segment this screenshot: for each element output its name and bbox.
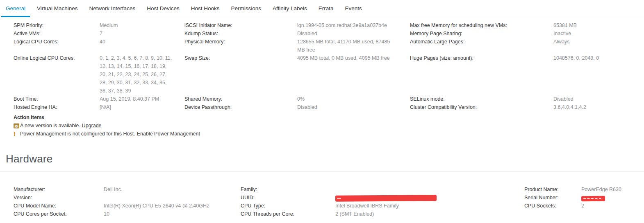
- tab-virtual-machines[interactable]: Virtual Machines: [32, 0, 82, 17]
- field-label: Product Name:: [524, 185, 581, 194]
- action-items-section: Action Items A new version is available.…: [0, 111, 644, 138]
- warning-exclamation-icon: [14, 131, 20, 137]
- field-label: Online Logical CPU Cores:: [14, 54, 100, 62]
- field-label: Automatic Large Pages:: [410, 38, 553, 46]
- tab-general[interactable]: General: [1, 0, 30, 17]
- field-label: Device Passthrough:: [184, 103, 297, 111]
- field-label: iSCSI Initiator Name:: [184, 21, 297, 29]
- field-value: Intel Broadwell IBRS Family: [335, 202, 524, 210]
- field-value: 0%: [297, 95, 410, 103]
- field-label: Serial Number:: [524, 194, 581, 202]
- field-value: Medium: [100, 21, 184, 29]
- field-value: 7: [100, 29, 184, 38]
- uuid-value-redacted: [335, 194, 524, 202]
- field-label: CPU Sockets:: [524, 202, 581, 210]
- field-label: Physical Memory:: [184, 38, 297, 46]
- field-label: Boot Time:: [14, 95, 100, 103]
- field-value: Aug 15, 2019, 8:40:37 PM: [100, 95, 184, 103]
- field-label: Kdump Status:: [184, 29, 297, 38]
- field-value: [N/A]: [100, 103, 184, 111]
- field-value: 0, 1, 2, 3, 4, 5, 6, 7, 8, 9, 10, 11, 12…: [100, 54, 184, 95]
- field-label: Memory Page Sharing:: [410, 29, 553, 38]
- field-label: Swap Size:: [184, 54, 297, 62]
- serial-number-redaction-scribble: [581, 196, 605, 201]
- field-label: UUID:: [241, 194, 335, 202]
- field-value: 1048576: 0, 2048: 0: [553, 54, 644, 62]
- field-value: 4095 MB total, 0 MB used, 4095 MB free: [297, 54, 410, 62]
- uuid-redaction-scribble: [335, 195, 437, 202]
- field-label: Max free Memory for scheduling new VMs:: [410, 21, 553, 29]
- field-label: CPU Type:: [241, 202, 335, 210]
- field-label: Shared Memory:: [184, 95, 297, 103]
- field-value: 40: [100, 38, 184, 46]
- field-value: PowerEdge R630: [581, 185, 644, 194]
- tab-permissions[interactable]: Permissions: [226, 0, 266, 17]
- hardware-section-title: Hardware: [6, 153, 644, 165]
- field-value: Disabled: [553, 95, 644, 103]
- field-label: Active VMs:: [14, 29, 100, 38]
- field-label: CPU Threads per Core:: [241, 210, 335, 218]
- field-label: CPU Cores per Socket:: [14, 210, 104, 218]
- tab-host-hooks[interactable]: Host Hooks: [187, 0, 224, 17]
- tab-errata[interactable]: Errata: [314, 0, 338, 17]
- field-value: 2: [581, 202, 644, 210]
- field-label: Family:: [241, 185, 335, 194]
- general-info-grid: SPM Priority: Medium iSCSI Initiator Nam…: [0, 17, 644, 111]
- enable-power-management-link[interactable]: Enable Power Management: [137, 130, 200, 138]
- tab-network-interfaces[interactable]: Network Interfaces: [85, 0, 140, 17]
- field-value: 10: [104, 210, 241, 218]
- power-management-message: Power Management is not configured for t…: [20, 130, 135, 138]
- field-label: Version:: [14, 194, 104, 202]
- field-label: CPU Model Name:: [14, 202, 104, 210]
- field-value: Always: [553, 38, 644, 46]
- action-item-upgrade: A new version is available. Upgrade: [14, 122, 644, 130]
- upgrade-link[interactable]: Upgrade: [82, 122, 102, 130]
- upgrade-message: A new version is available.: [20, 122, 80, 130]
- field-value: 3.6,4.0,4.1,4.2: [553, 103, 644, 111]
- hardware-info-grid: Manufacturer: Dell Inc. Family: Product …: [0, 172, 644, 218]
- host-detail-tabs: General Virtual Machines Network Interfa…: [0, 0, 644, 17]
- field-value: Inactive: [553, 29, 644, 38]
- field-label: Manufacturer:: [14, 185, 104, 194]
- upgrade-package-icon: [14, 123, 20, 128]
- field-value: Dell Inc.: [104, 185, 241, 194]
- serial-number-value-redacted: [581, 194, 644, 202]
- action-items-title: Action Items: [14, 113, 644, 122]
- tab-events[interactable]: Events: [341, 0, 366, 17]
- field-value: 128655 MB total, 41170 MB used, 87485 MB…: [297, 38, 410, 54]
- field-value: Disabled: [297, 103, 410, 111]
- field-value: iqn.1994-05.com.redhat:3e9a1a037b4e: [297, 21, 410, 29]
- field-label: Cluster Compatibility Version:: [410, 103, 553, 111]
- field-value: Disabled: [297, 29, 410, 38]
- field-label: SELinux mode:: [410, 95, 553, 103]
- field-value: 65381 MB: [553, 21, 644, 29]
- field-label: Hosted Engine HA:: [14, 103, 100, 111]
- field-value: Intel(R) Xeon(R) CPU E5-2640 v4 @ 2.40GH…: [104, 202, 241, 210]
- field-value: 2 (SMT Enabled): [335, 210, 524, 218]
- field-label: Logical CPU Cores:: [14, 38, 100, 46]
- field-label: SPM Priority:: [14, 21, 100, 29]
- field-label: Huge Pages (size: amount):: [410, 54, 553, 62]
- action-item-power-management: Power Management is not configured for t…: [14, 130, 644, 138]
- tab-affinity-labels[interactable]: Affinity Labels: [268, 0, 312, 17]
- tab-host-devices[interactable]: Host Devices: [142, 0, 184, 17]
